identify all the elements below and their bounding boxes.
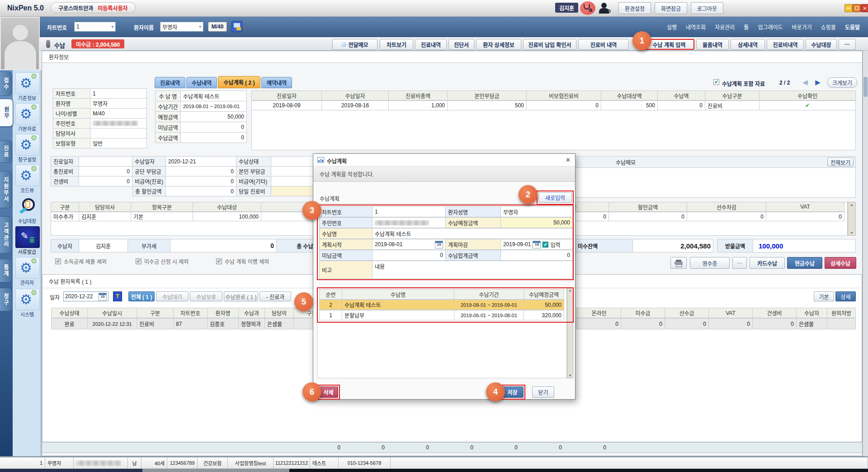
exclude-tax-checkbox[interactable]: ✔소득공제 제출 제외 (55, 257, 107, 265)
tab-payment-history[interactable]: 수납내역 (186, 77, 217, 88)
menu-item[interactable]: 자료관리 (715, 23, 735, 31)
tab-reservation-history[interactable]: 예약내역 (261, 77, 292, 88)
toolbar-button-payment-ledger[interactable]: 수납대장 (806, 39, 837, 50)
sidebar-tab-statistics[interactable]: 통계 (0, 259, 12, 282)
scroll-down-icon[interactable]: ▼ (569, 374, 572, 377)
toolbar-button-chart-view[interactable]: 차트보기 (380, 39, 413, 50)
sidebar-item-label: 기준정보 (13, 94, 42, 101)
window-scrollbar[interactable] (863, 51, 868, 456)
today-button[interactable]: T (113, 291, 122, 301)
sidebar-tab-treatment[interactable]: 진료 (0, 140, 12, 163)
sidebar-item-label: 서류발급 (13, 248, 42, 255)
menu-item[interactable]: 실행 (667, 23, 677, 31)
filter-department-select[interactable]: - 진료과 (259, 291, 291, 301)
memo-title: 수납메모 (616, 158, 636, 166)
close-button[interactable]: 닫기 (532, 386, 554, 398)
toolbar-button-memo[interactable]: 전달메모 (332, 39, 377, 50)
logout-button[interactable]: 로그아웃 (691, 2, 723, 14)
menu-item[interactable]: 내역조회 (686, 23, 706, 31)
include-plan-checkbox[interactable]: ✔ (713, 79, 719, 85)
patient-row: 환자명무명자 (53, 98, 147, 109)
restore-icon[interactable] (853, 4, 861, 12)
close-icon[interactable]: ✕ (861, 4, 868, 12)
sidebar-item-system[interactable]: ⚙⚙ (15, 289, 40, 310)
sidebar-item-document-issue[interactable]: ✎ ≣ (15, 226, 40, 248)
section-pill-icon (46, 40, 50, 48)
view-basic-button[interactable]: 기본 (814, 291, 834, 301)
status-bar: 1 무명자 남 40세 123456789 건강보험 사업장명칭test 112… (0, 456, 868, 469)
toolbar-button-fee-history[interactable]: 진료비 내역 (578, 39, 629, 50)
user-badge[interactable]: 김지훈 (555, 3, 578, 13)
minimize-icon[interactable] (844, 4, 853, 12)
detail-payment-button[interactable]: 상세수납 (825, 257, 856, 269)
toolbar-button-fee-detail[interactable]: 진료비내역 (767, 39, 804, 50)
device-icon[interactable] (231, 21, 242, 32)
screen-lock-button[interactable]: 화면잠금 (655, 2, 687, 14)
scroll-down-icon[interactable]: ▼ (850, 231, 854, 234)
tab-treatment-history[interactable]: 진료내역 (155, 77, 185, 88)
annotation-step-5: 5 (294, 292, 313, 311)
sidebar-tab-admin[interactable]: 원무 (0, 99, 13, 127)
card-payment-button[interactable]: 카드수납 (750, 257, 785, 269)
app-window: NixPen 5.0 구로스마트안과 미등록사용자 김지훈 ⚙ 환경설정 화면잠… (0, 0, 868, 472)
plan-grid-row[interactable]: 2019-08-09 2019-08-16 1,000 500 0 500 0 … (251, 100, 856, 110)
new-input-button[interactable]: 새로입력 (538, 192, 572, 203)
sidebar-item-payment-ledger[interactable] (15, 195, 39, 216)
menu-item[interactable]: 바로가기 (792, 23, 812, 31)
patient-name-select[interactable]: 무명자 ▾ (160, 22, 203, 32)
chart-no-select[interactable]: 1 ▾ (74, 22, 116, 32)
tab-payment-plan[interactable]: 수납계획 ( 2 ) (218, 76, 260, 88)
sidebar-item-basic-data[interactable]: ⚙⚙ (15, 103, 40, 125)
filter-complete-button[interactable]: 수납완료 ( 1 ) (224, 291, 258, 301)
toolbar-button-payment-confirm[interactable]: 진료비 납입 확인서 (523, 39, 576, 50)
scroll-up-icon[interactable]: ▲ (850, 203, 854, 206)
date-input[interactable]: 2020-12-22 15 (63, 291, 108, 301)
prev-page-icon[interactable]: ◀ (799, 77, 811, 87)
cash-payment-button[interactable]: 현금수납 (787, 257, 822, 269)
calendar-icon[interactable]: 15 (99, 293, 107, 300)
toolbar-button-patient-detail[interactable]: 환자 상세정보 (476, 39, 521, 50)
filter-all-button[interactable]: 전체 ( 1 ) (128, 291, 155, 301)
sidebar-tab-customer[interactable]: 고객관리 (0, 216, 12, 253)
print-button[interactable] (670, 257, 687, 269)
sidebar-item-code-view[interactable]: ⚙⚙ (15, 165, 40, 186)
stethoscope-icon[interactable] (580, 1, 595, 15)
memo-view-all-button[interactable]: 전체보기 (827, 157, 854, 167)
filter-hold-button[interactable]: 수납보류 (190, 291, 222, 301)
top-menu: 실행 내역조회 자료관리 툴 업그레이드 바로가기 쇼핑몰 도움말 (667, 17, 860, 37)
more-payment-button[interactable]: ··· (732, 257, 747, 269)
filter-waiting-button[interactable]: 수납대기 (156, 291, 189, 301)
user-settings-icon[interactable]: ⚙ (598, 2, 610, 14)
sidebar-tab-support[interactable]: 지원부서 (0, 171, 12, 208)
exclude-plan-checkbox[interactable]: ✔수납 계획 이행 제외 (216, 257, 269, 265)
dialog-close-icon[interactable]: ✕ (566, 157, 571, 163)
settings-button[interactable]: 환경설정 (618, 2, 651, 14)
scrollbar-thumb[interactable] (863, 77, 868, 97)
sidebar-tab-claim[interactable]: 청구 (0, 288, 12, 311)
menu-item[interactable]: 도움말 (845, 23, 860, 31)
exclude-receivable-checkbox[interactable]: ✔미수금 산정 시 제외 (136, 257, 189, 265)
delete-button[interactable]: 삭제 (319, 386, 338, 398)
sidebar-item-claim-settings[interactable]: ⚙⚙ (15, 134, 40, 156)
view-detail-button[interactable]: 상세 (835, 291, 856, 301)
enlarge-button[interactable]: 크게보기 (827, 77, 857, 88)
toolbar-button-detail-history[interactable]: 상세내역 (731, 39, 765, 50)
menu-item[interactable]: 쇼핑몰 (821, 23, 836, 31)
sidebar-item-manager[interactable]: ⚙⚙ (15, 257, 40, 279)
due-amount-input[interactable]: 100,000 (753, 239, 856, 253)
sidebar-tab-reception[interactable]: 접수 (0, 72, 12, 96)
menu-item[interactable]: 툴 (744, 23, 749, 31)
next-page-icon[interactable]: ▶ (812, 77, 824, 87)
pay-grid-scrollbar[interactable]: ▲▼ (848, 202, 856, 236)
payment-confirm-check-icon: ✔ (760, 100, 856, 110)
receipt-button[interactable]: 영수증 (690, 257, 730, 269)
menu-item[interactable]: 업그레이드 (758, 23, 783, 31)
dialog-title-bar[interactable]: 수납계획 ✕ (313, 154, 575, 167)
toolbar-button-treatment-history[interactable]: 진료내역 (415, 39, 447, 50)
toolbar-button-more[interactable]: ··· (839, 39, 856, 50)
toolbar-button-certificate[interactable]: 진단서 (448, 39, 474, 50)
sidebar-item-label: 수납대장 (13, 217, 42, 224)
sidebar-item-base-info[interactable]: ⚙⚙ (15, 72, 40, 94)
toolbar-button-goods[interactable]: 물품내역 (696, 39, 729, 50)
gear-icon: ⚙⚙ (20, 292, 35, 307)
